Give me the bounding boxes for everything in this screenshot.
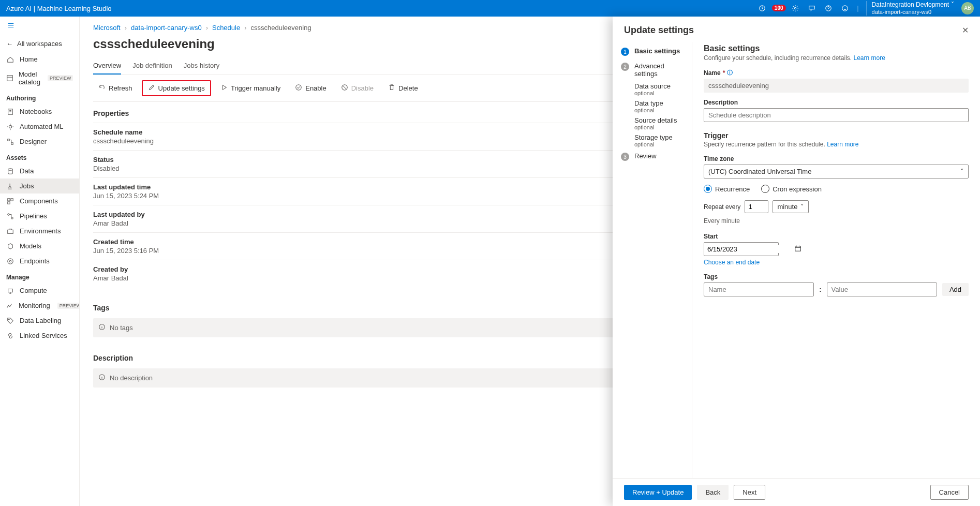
radio-cron[interactable]: Cron expression xyxy=(761,185,822,193)
sidebar-item-data[interactable]: Data xyxy=(0,163,79,178)
edit-icon xyxy=(148,84,155,93)
sidebar-item-environments[interactable]: Environments xyxy=(0,224,79,239)
wizard-step-review[interactable]: 3Review xyxy=(613,149,692,164)
disable-icon xyxy=(341,84,348,93)
tenant-name-label: DataIntegration Devlopment xyxy=(872,1,949,8)
delete-button[interactable]: Delete xyxy=(383,80,423,96)
learn-more-link[interactable]: Learn more xyxy=(854,54,885,62)
tab-overview[interactable]: Overview xyxy=(93,57,121,75)
back-button[interactable]: Back xyxy=(697,485,729,500)
no-tags-label: No tags xyxy=(110,324,133,332)
feedback-icon[interactable] xyxy=(807,4,816,13)
repeat-value-input[interactable] xyxy=(745,200,768,213)
sidebar-label: Home xyxy=(20,55,38,63)
tab-jobs-history[interactable]: Jobs history xyxy=(184,57,219,75)
monitoring-icon xyxy=(6,302,13,309)
wizard-step-basic[interactable]: 1Basic settings xyxy=(613,44,692,59)
sidebar-item-linked-services[interactable]: Linked Services xyxy=(0,328,79,343)
close-button[interactable]: ✕ xyxy=(962,25,969,35)
all-workspaces-link[interactable]: ← All workspaces xyxy=(0,36,79,52)
svg-point-13 xyxy=(8,213,10,215)
sidebar-item-model-catalog[interactable]: Model catalog PREVIEW xyxy=(0,67,79,90)
info-icon[interactable]: ⓘ xyxy=(727,69,733,77)
hamburger-toggle[interactable] xyxy=(0,17,79,36)
chevron-right-icon: › xyxy=(125,24,127,32)
help-icon[interactable] xyxy=(824,4,833,13)
wizard-substep-data-type[interactable]: Data type optional xyxy=(613,98,692,115)
all-workspaces-label: All workspaces xyxy=(17,40,62,48)
enable-button[interactable]: Enable xyxy=(290,80,331,96)
calendar-icon[interactable] xyxy=(794,245,801,254)
sidebar-label: Compute xyxy=(20,287,47,294)
sidebar-item-home[interactable]: Home xyxy=(0,52,79,67)
trigger-heading: Trigger xyxy=(704,131,969,140)
sidebar-item-data-labeling[interactable]: Data Labeling xyxy=(0,313,79,328)
wizard-step-label: Advanced settings xyxy=(634,62,684,78)
delete-label: Delete xyxy=(398,84,418,92)
substep-label: Storage type xyxy=(634,133,673,141)
radio-recurrence[interactable]: Recurrence xyxy=(704,185,750,193)
check-icon xyxy=(295,84,302,93)
sidebar-item-components[interactable]: Components xyxy=(0,194,79,209)
wizard-substep-storage-type[interactable]: Storage type optional xyxy=(613,132,692,149)
home-icon xyxy=(6,56,14,63)
sidebar-item-models[interactable]: Models xyxy=(0,239,79,254)
jobs-icon xyxy=(6,183,14,190)
tags-row: : Add xyxy=(704,282,969,296)
settings-icon[interactable] xyxy=(791,4,800,13)
svg-rect-24 xyxy=(795,246,801,251)
wizard-substep-data-source[interactable]: Data source optional xyxy=(613,81,692,98)
name-input[interactable] xyxy=(704,79,969,93)
cancel-button[interactable]: Cancel xyxy=(930,485,969,500)
wizard-substep-source-details[interactable]: Source details optional xyxy=(613,115,692,132)
avatar[interactable]: AB xyxy=(961,2,974,14)
repeat-unit-select[interactable]: minute ˅ xyxy=(773,200,809,213)
review-update-button[interactable]: Review + Update xyxy=(624,485,692,500)
sidebar-label: Components xyxy=(20,197,58,205)
tag-name-input[interactable] xyxy=(704,282,814,296)
clock-icon[interactable] xyxy=(758,4,767,13)
update-settings-button[interactable]: Update settings xyxy=(142,80,211,96)
learn-more-link[interactable]: Learn more xyxy=(827,141,858,148)
trash-icon xyxy=(388,84,395,93)
choose-end-date-link[interactable]: Choose an end date xyxy=(704,259,760,266)
svg-point-16 xyxy=(9,260,11,262)
breadcrumb-workspace[interactable]: data-import-canary-ws0 xyxy=(131,24,202,32)
sidebar-item-jobs[interactable]: Jobs xyxy=(0,178,79,194)
start-date-value[interactable] xyxy=(707,245,794,253)
sidebar-label: Designer xyxy=(20,138,47,145)
next-button[interactable]: Next xyxy=(734,485,765,500)
sidebar-label: Model catalog xyxy=(19,70,40,86)
sidebar-item-endpoints[interactable]: Endpoints xyxy=(0,254,79,269)
wizard-step-advanced[interactable]: 2Advanced settings xyxy=(613,59,692,81)
notifications-icon[interactable]: 100 xyxy=(774,4,783,13)
trigger-type-radio-group: Recurrence Cron expression xyxy=(704,185,969,193)
sidebar-item-notebooks[interactable]: Notebooks xyxy=(0,104,79,119)
breadcrumb-schedule[interactable]: Schedule xyxy=(212,24,240,32)
svg-rect-8 xyxy=(11,142,13,144)
tag-value-input[interactable] xyxy=(827,282,937,296)
substep-label: Data type xyxy=(634,99,663,107)
sidebar-item-designer[interactable]: Designer xyxy=(0,134,79,149)
timezone-label: Time zone xyxy=(704,155,969,162)
sidebar-item-automl[interactable]: Automated ML xyxy=(0,119,79,134)
tenant-info[interactable]: DataIntegration Devlopment ˅ data-import… xyxy=(866,1,954,16)
trigger-manually-button[interactable]: Trigger manually xyxy=(215,80,286,96)
description-input[interactable] xyxy=(704,108,969,122)
svg-point-20 xyxy=(296,85,302,91)
sidebar-item-pipelines[interactable]: Pipelines xyxy=(0,209,79,224)
start-date-input[interactable] xyxy=(704,242,779,256)
timezone-select[interactable]: (UTC) Coordinated Universal Time ˅ xyxy=(704,165,969,178)
sidebar-item-compute[interactable]: Compute xyxy=(0,283,79,298)
substep-label: Source details xyxy=(634,116,677,124)
tab-job-definition[interactable]: Job definition xyxy=(132,57,172,75)
designer-icon xyxy=(6,138,14,145)
chevron-right-icon: › xyxy=(206,24,208,32)
add-tag-button[interactable]: Add xyxy=(942,283,969,296)
refresh-button[interactable]: Refresh xyxy=(93,80,138,96)
sidebar-section-authoring: Authoring xyxy=(0,90,79,104)
breadcrumb-root[interactable]: Microsoft xyxy=(93,24,121,32)
sidebar-item-monitoring[interactable]: Monitoring PREVIEW xyxy=(0,298,79,313)
wizard-step-label: Review xyxy=(634,152,657,160)
smiley-icon[interactable] xyxy=(840,4,850,13)
